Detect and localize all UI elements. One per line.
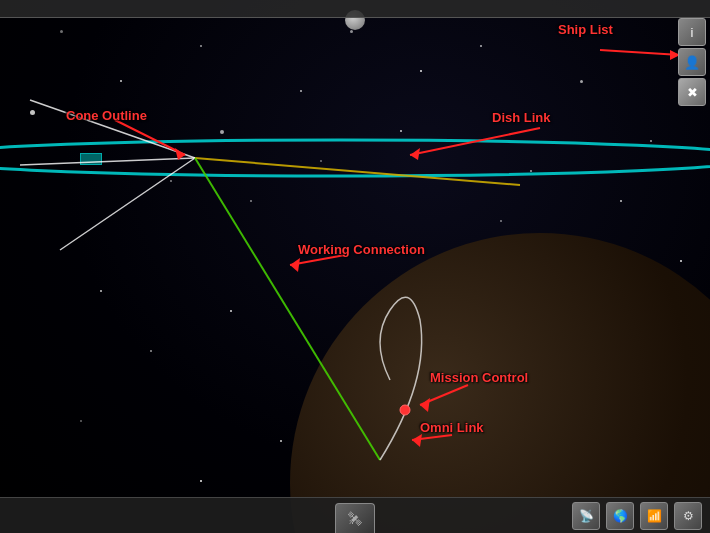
mission-control-label: Mission Control (430, 370, 528, 385)
svg-marker-13 (290, 258, 300, 272)
overlay-svg (0, 0, 710, 533)
svg-line-8 (115, 120, 185, 155)
svg-line-5 (195, 158, 380, 460)
svg-marker-15 (420, 398, 430, 412)
satellite-indicator: 🛰 (335, 503, 375, 533)
svg-point-18 (400, 405, 410, 415)
cone-outline-label: Cone Outline (66, 108, 147, 123)
svg-line-6 (600, 50, 680, 55)
info-icon[interactable]: i (678, 18, 706, 46)
person-icon[interactable]: 👤 (678, 48, 706, 76)
svg-line-2 (20, 158, 195, 165)
working-connection-label: Working Connection (298, 242, 425, 257)
globe-icon[interactable]: 🌎 (606, 502, 634, 530)
tool-icon[interactable]: ✖ (678, 78, 706, 106)
top-bar (0, 0, 710, 18)
omni-link-label: Omni Link (420, 420, 484, 435)
signal-icon[interactable]: 📡 (572, 502, 600, 530)
side-icons-panel: i 👤 ✖ (678, 18, 706, 106)
settings-icon[interactable]: ⚙ (674, 502, 702, 530)
svg-marker-11 (410, 148, 420, 160)
dish-link-label: Dish Link (492, 110, 551, 125)
bottom-toolbar: 🛰 📡 🌎 📶 ⚙ (0, 497, 710, 533)
wave-icon[interactable]: 📶 (640, 502, 668, 530)
ship-list-label: Ship List (558, 22, 613, 37)
svg-marker-17 (412, 434, 422, 447)
svg-line-4 (195, 158, 520, 185)
